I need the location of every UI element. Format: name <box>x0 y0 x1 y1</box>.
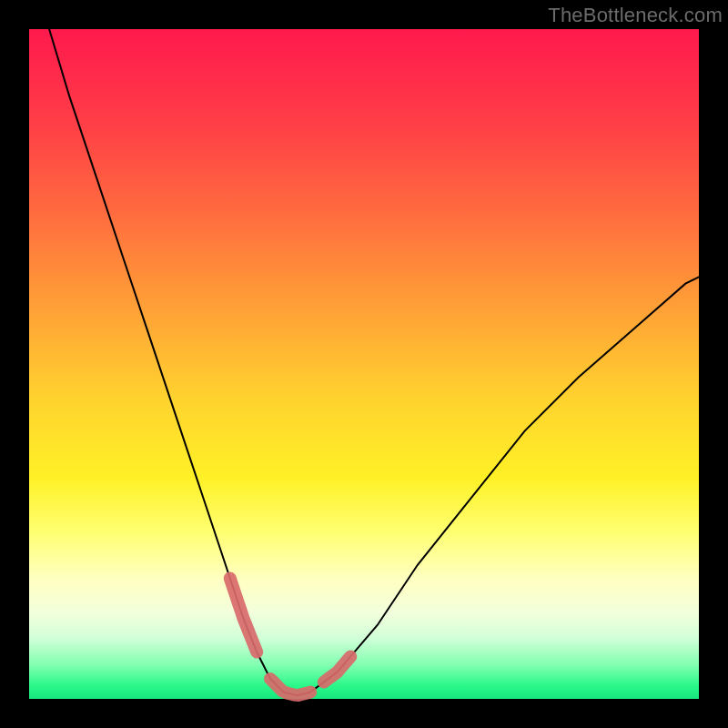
highlight-segment <box>324 656 351 682</box>
chart-frame: TheBottleneck.com <box>0 0 728 728</box>
curve-svg <box>29 29 699 699</box>
highlight-overlay <box>230 579 350 696</box>
highlight-segment <box>270 679 310 695</box>
watermark-text: TheBottleneck.com <box>548 4 723 27</box>
highlight-segment <box>230 579 257 652</box>
bottleneck-curve <box>49 29 699 695</box>
